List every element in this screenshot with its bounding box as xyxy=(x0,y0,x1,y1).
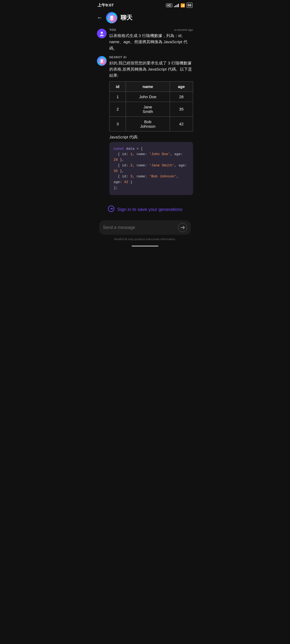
status-time: 上午9:07 xyxy=(97,3,114,8)
input-container xyxy=(93,220,197,237)
page-title: 聊天 xyxy=(121,14,132,22)
svg-point-6 xyxy=(100,59,103,61)
svg-point-4 xyxy=(100,35,104,36)
bot-message-content: NEXBOT AI 好的,我已經按照您的要求生成了 3 行隨機數據的表格,並將其… xyxy=(109,56,193,195)
cell-name-3: BobJohnson xyxy=(126,116,170,131)
back-button[interactable]: ← xyxy=(97,14,103,21)
cell-name-2: JaneSmith xyxy=(126,102,170,116)
cell-name-1: John Doe xyxy=(126,92,170,102)
svg-point-7 xyxy=(100,61,103,63)
bottom-bar xyxy=(93,243,197,250)
bot-message-intro: 好的,我已經按照您的要求生成了 3 行隨機數據的表格,並將其轉換為 JavaSc… xyxy=(109,60,193,79)
bot-avatar xyxy=(97,56,107,66)
svg-point-3 xyxy=(101,32,103,34)
svg-point-1 xyxy=(110,16,113,19)
table-row: 1 John Doe 28 xyxy=(110,92,193,102)
bot-message-meta: NEXBOT AI xyxy=(109,56,193,59)
signin-section[interactable]: Sign in to save your generations xyxy=(93,198,197,220)
wifi-icon: 📶 xyxy=(180,3,185,8)
cell-id-1: 1 xyxy=(110,92,126,102)
status-bar: 上午9:07 HD 📶 88 xyxy=(93,0,197,9)
user-message-text: 以表格格式生成 3 行隨機數據，列為：id、name、age。然後將其轉換為 J… xyxy=(109,32,193,51)
disclaimer: NexBot AI may produce inaccurate informa… xyxy=(93,237,197,243)
signin-text: Sign in to save your generations xyxy=(117,207,183,212)
cell-age-2: 35 xyxy=(170,102,193,116)
user-message-meta: YOU a moment ago xyxy=(109,28,193,31)
message-input-area xyxy=(99,220,191,235)
col-age: age xyxy=(170,81,193,92)
bot-message-row: NEXBOT AI 好的,我已經按照您的要求生成了 3 行隨機數據的表格,並將其… xyxy=(97,56,193,195)
header: ← 聊天 xyxy=(93,9,197,27)
hd-badge: HD xyxy=(166,3,172,7)
user-message-content: YOU a moment ago 以表格格式生成 3 行隨機數據，列為：id、n… xyxy=(109,28,193,51)
status-icons: HD 📶 88 xyxy=(166,3,193,8)
header-avatar xyxy=(106,12,117,23)
cell-age-1: 28 xyxy=(170,92,193,102)
table-row: 3 BobJohnson 42 xyxy=(110,116,193,131)
bot-sender-label: NEXBOT AI xyxy=(109,56,126,59)
svg-point-2 xyxy=(110,18,114,20)
code-line-4: { id: 3, name: 'Bob Johnson', age: 42 } xyxy=(114,174,189,185)
user-message-row: YOU a moment ago 以表格格式生成 3 行隨機數據，列為：id、n… xyxy=(97,28,193,51)
col-name: name xyxy=(126,81,170,92)
user-message-time: a moment ago xyxy=(174,28,193,31)
cell-id-3: 3 xyxy=(110,116,126,131)
cell-age-3: 42 xyxy=(170,116,193,131)
signin-icon xyxy=(108,205,115,214)
code-label: JavaScript 代碼: xyxy=(109,135,193,140)
table-header-row: id name age xyxy=(110,81,193,92)
code-line-3: { id: 2, name: 'Jane Smith', age: 35 }, xyxy=(114,163,189,174)
battery-icon: 88 xyxy=(187,3,193,8)
bottom-indicator xyxy=(132,246,158,247)
code-line-1: const data = [ xyxy=(114,146,189,152)
code-line-2: { id: 1, name: 'John Doe', age: 28 }, xyxy=(114,152,189,163)
code-block: const data = [ { id: 1, name: 'John Doe'… xyxy=(109,142,193,195)
data-table: id name age 1 John Doe 28 2 JaneSmith 35 xyxy=(109,81,193,131)
user-avatar xyxy=(97,29,107,38)
col-id: id xyxy=(110,81,126,92)
chat-area: YOU a moment ago 以表格格式生成 3 行隨機數據，列為：id、n… xyxy=(93,27,197,198)
table-row: 2 JaneSmith 35 xyxy=(110,102,193,116)
user-sender-label: YOU xyxy=(109,28,116,31)
code-line-5: ]; xyxy=(114,185,189,191)
cell-id-2: 2 xyxy=(110,102,126,116)
message-input[interactable] xyxy=(103,225,175,230)
send-button[interactable] xyxy=(178,223,187,232)
signal-icon xyxy=(174,3,179,7)
